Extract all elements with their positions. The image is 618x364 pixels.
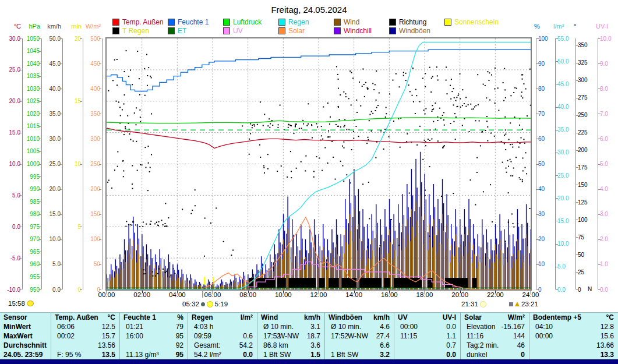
axis-tick bbox=[59, 189, 62, 190]
legend-label: Regen bbox=[288, 18, 309, 26]
axis-tick bbox=[536, 289, 539, 290]
legend-item-et: ET bbox=[168, 27, 186, 34]
axis-tick bbox=[598, 239, 601, 240]
legend-swatch-icon bbox=[389, 19, 396, 26]
axis-label-hpa: 995 bbox=[17, 174, 40, 180]
axis-tick bbox=[556, 107, 558, 108]
axis-tick bbox=[576, 289, 578, 290]
axis-tick bbox=[99, 38, 101, 39]
axis-tick bbox=[99, 264, 101, 265]
axis-tick bbox=[59, 63, 62, 64]
table-row-label: MinWert bbox=[3, 323, 31, 331]
axis-tick bbox=[59, 114, 62, 114]
legend-swatch-icon bbox=[334, 19, 341, 26]
axis-tick bbox=[598, 89, 601, 89]
axis-tick bbox=[556, 61, 558, 62]
axis-tick bbox=[99, 164, 101, 165]
legend-label: Windchill bbox=[344, 27, 372, 35]
axis-label-uvi: 1.0 bbox=[600, 261, 618, 267]
legend-item-wind: Wind bbox=[334, 18, 359, 26]
axis-unit-hpa: hPa bbox=[17, 23, 40, 30]
axis-tick bbox=[576, 98, 578, 98]
table-cell-value: 0.0 bbox=[394, 351, 456, 359]
axis-tick bbox=[576, 202, 578, 203]
axis-label-uvi: 2.0 bbox=[600, 236, 618, 242]
axis-label-hpa: 1035 bbox=[17, 73, 40, 79]
axis-label-kmh: 25.0 bbox=[38, 161, 61, 167]
x-tick-label: 10:00 bbox=[270, 291, 296, 298]
x-tick-label: 22:00 bbox=[482, 291, 508, 298]
axis-tick bbox=[536, 214, 539, 215]
axis-label-wm2: 100 bbox=[78, 236, 100, 242]
axis-label-wm2: 250 bbox=[78, 161, 100, 167]
table-cell-value: -15.167 bbox=[460, 323, 525, 331]
axis-label-kmh: 10.0 bbox=[38, 236, 61, 242]
axis-label-celsius: 5.0 bbox=[0, 192, 20, 199]
axis-label-celsius: -5.0 bbox=[0, 255, 20, 261]
axis-tick bbox=[99, 189, 101, 190]
axis-label-deg: 175 bbox=[578, 164, 599, 171]
legend-swatch-icon bbox=[444, 19, 451, 26]
axis-unit-kmh: km/h bbox=[38, 23, 61, 30]
table-cell-value: 3.1 bbox=[257, 323, 320, 331]
legend-label: Feuchte 1 bbox=[178, 18, 209, 26]
legend-label: ET bbox=[178, 27, 186, 35]
axis-label-hpa: 965 bbox=[17, 249, 40, 255]
axis-label-hpa: 975 bbox=[17, 224, 40, 230]
legend-label: Wind bbox=[344, 18, 359, 26]
axis-label-celsius: 15.0 bbox=[0, 129, 20, 136]
axis-label-percent: 40 bbox=[538, 186, 559, 192]
axis-tick bbox=[576, 45, 578, 46]
axis-tick bbox=[576, 237, 578, 238]
axis-label-hpa: 1040 bbox=[17, 61, 40, 67]
axis-label-deg: 50 bbox=[578, 252, 599, 258]
table-cell-value: 95 bbox=[119, 332, 183, 341]
axis-label-kmh: 50.0 bbox=[38, 36, 61, 42]
x-tick-label: 08:00 bbox=[235, 291, 261, 298]
axis-label-deg: 200 bbox=[578, 147, 599, 153]
x-tick-label: 14:00 bbox=[341, 291, 367, 298]
axis-label-uvi: 9.0 bbox=[600, 61, 618, 67]
legend-label: UV bbox=[233, 27, 243, 35]
table-cell-value: 15.6 bbox=[529, 332, 614, 341]
legend-swatch-icon bbox=[223, 19, 230, 26]
table-cell-value: 4.6 bbox=[324, 323, 390, 331]
table-cell-value: 0 bbox=[460, 351, 525, 359]
axis-tick bbox=[536, 114, 539, 114]
axis-label-uvi: 7.0 bbox=[600, 111, 618, 117]
axis-tick bbox=[38, 227, 41, 227]
x-tick-label: 06:00 bbox=[200, 291, 225, 298]
x-tick-label: 12:00 bbox=[306, 291, 331, 298]
legend-item-temp-au-en: Temp. Außen bbox=[112, 18, 164, 26]
axis-tick bbox=[598, 38, 601, 39]
table-cell-value: 0.0 bbox=[188, 351, 253, 359]
axis-label-wm2: 150 bbox=[78, 211, 100, 217]
table-cell-value: 6.6 bbox=[324, 341, 390, 350]
legend-swatch-icon bbox=[112, 27, 119, 34]
legend-label: T Regen bbox=[122, 27, 149, 35]
legend-swatch-icon bbox=[223, 27, 230, 34]
axis-tick bbox=[556, 175, 558, 176]
axis-tick bbox=[598, 164, 601, 165]
table-row-label: 24.05. 23:59 bbox=[3, 351, 43, 359]
axis-label-percent: 50 bbox=[538, 161, 559, 167]
axis-label-hpa: 1050 bbox=[17, 36, 40, 42]
table-cell-value: 15.7 bbox=[51, 332, 115, 341]
table-header-sensor: Sensor bbox=[3, 313, 27, 322]
chart-canvas bbox=[107, 38, 531, 289]
axis-tick bbox=[19, 258, 22, 259]
x-tick-label: 24:00 bbox=[518, 291, 543, 298]
table-cell-value: 18.7 bbox=[257, 332, 320, 341]
x-tick-label: 04:00 bbox=[164, 291, 190, 298]
axis-tick bbox=[556, 130, 558, 130]
axis-tick bbox=[99, 139, 101, 139]
axis-tick bbox=[556, 153, 558, 153]
table-cell-value: 0.7 bbox=[394, 341, 456, 350]
legend-label: Solar bbox=[288, 27, 305, 35]
table-cell-value: 12.8 bbox=[529, 323, 614, 331]
axis-label-wm2: 450 bbox=[78, 61, 100, 67]
axis-tick bbox=[536, 139, 539, 139]
axis-label-deg: 100 bbox=[578, 217, 599, 223]
axis-tick bbox=[99, 214, 101, 215]
table-cell-value: 92 bbox=[119, 341, 183, 350]
